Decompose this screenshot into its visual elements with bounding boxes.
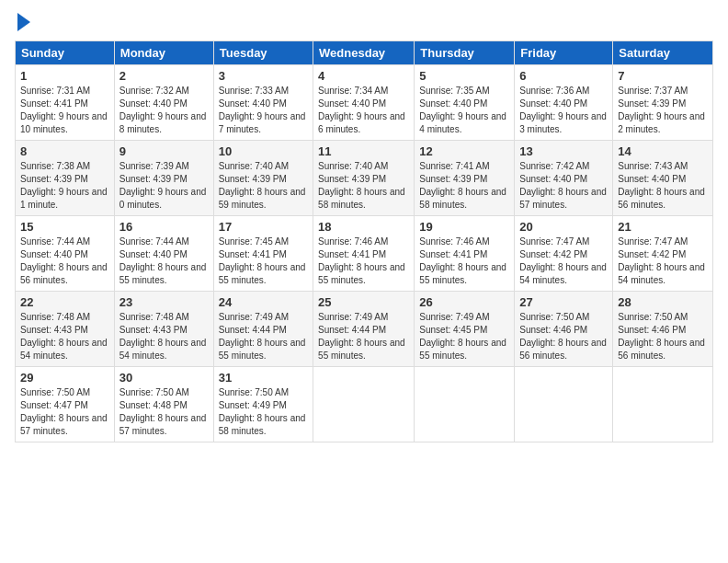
calendar-cell: 30Sunrise: 7:50 AMSunset: 4:48 PMDayligh… <box>114 367 213 442</box>
calendar-cell: 21Sunrise: 7:47 AMSunset: 4:42 PMDayligh… <box>613 216 713 292</box>
calendar-cell: 18Sunrise: 7:46 AMSunset: 4:41 PMDayligh… <box>313 216 415 292</box>
day-number: 30 <box>119 371 209 385</box>
day-number: 1 <box>20 69 109 83</box>
calendar-week-row: 1Sunrise: 7:31 AMSunset: 4:41 PMDaylight… <box>16 65 713 141</box>
calendar-cell: 13Sunrise: 7:42 AMSunset: 4:40 PMDayligh… <box>515 141 613 216</box>
logo <box>15 15 30 31</box>
day-number: 21 <box>618 220 708 234</box>
day-info: Sunrise: 7:31 AMSunset: 4:41 PMDaylight:… <box>20 85 109 136</box>
day-number: 28 <box>618 295 708 309</box>
calendar-cell <box>313 367 415 442</box>
day-info: Sunrise: 7:46 AMSunset: 4:41 PMDaylight:… <box>419 236 509 287</box>
page-container: SundayMondayTuesdayWednesdayThursdayFrid… <box>0 0 728 450</box>
day-number: 27 <box>519 295 608 309</box>
day-info: Sunrise: 7:48 AMSunset: 4:43 PMDaylight:… <box>119 311 209 362</box>
day-info: Sunrise: 7:48 AMSunset: 4:43 PMDaylight:… <box>20 311 109 362</box>
calendar-table: SundayMondayTuesdayWednesdayThursdayFrid… <box>15 40 713 442</box>
day-number: 11 <box>318 144 409 158</box>
calendar-cell: 26Sunrise: 7:49 AMSunset: 4:45 PMDayligh… <box>415 292 515 367</box>
calendar-header-saturday: Saturday <box>613 41 713 65</box>
calendar-header-monday: Monday <box>114 41 213 65</box>
day-number: 24 <box>219 295 308 309</box>
day-info: Sunrise: 7:45 AMSunset: 4:41 PMDaylight:… <box>219 236 308 287</box>
day-info: Sunrise: 7:42 AMSunset: 4:40 PMDaylight:… <box>519 160 608 212</box>
day-info: Sunrise: 7:50 AMSunset: 4:48 PMDaylight:… <box>119 386 209 438</box>
calendar-cell <box>415 367 515 442</box>
calendar-body: 1Sunrise: 7:31 AMSunset: 4:41 PMDaylight… <box>16 65 713 442</box>
day-number: 26 <box>419 295 509 309</box>
calendar-cell: 8Sunrise: 7:38 AMSunset: 4:39 PMDaylight… <box>16 141 115 216</box>
day-number: 29 <box>20 371 109 385</box>
day-info: Sunrise: 7:36 AMSunset: 4:40 PMDaylight:… <box>519 85 608 136</box>
day-number: 7 <box>618 69 708 83</box>
day-info: Sunrise: 7:44 AMSunset: 4:40 PMDaylight:… <box>119 236 209 287</box>
day-number: 9 <box>119 144 209 158</box>
calendar-cell: 28Sunrise: 7:50 AMSunset: 4:46 PMDayligh… <box>613 292 713 367</box>
calendar-cell: 4Sunrise: 7:34 AMSunset: 4:40 PMDaylight… <box>313 65 415 141</box>
day-number: 25 <box>318 295 409 309</box>
calendar-header-thursday: Thursday <box>415 41 515 65</box>
calendar-header-wednesday: Wednesday <box>313 41 415 65</box>
day-info: Sunrise: 7:38 AMSunset: 4:39 PMDaylight:… <box>20 160 109 212</box>
calendar-cell: 2Sunrise: 7:32 AMSunset: 4:40 PMDaylight… <box>114 65 213 141</box>
day-number: 12 <box>419 144 509 158</box>
day-info: Sunrise: 7:43 AMSunset: 4:40 PMDaylight:… <box>618 160 708 212</box>
calendar-cell: 7Sunrise: 7:37 AMSunset: 4:39 PMDaylight… <box>613 65 713 141</box>
day-info: Sunrise: 7:34 AMSunset: 4:40 PMDaylight:… <box>318 85 409 136</box>
day-info: Sunrise: 7:49 AMSunset: 4:44 PMDaylight:… <box>318 311 409 362</box>
calendar-cell: 27Sunrise: 7:50 AMSunset: 4:46 PMDayligh… <box>515 292 613 367</box>
calendar-cell: 23Sunrise: 7:48 AMSunset: 4:43 PMDayligh… <box>114 292 213 367</box>
calendar-cell: 25Sunrise: 7:49 AMSunset: 4:44 PMDayligh… <box>313 292 415 367</box>
calendar-cell: 9Sunrise: 7:39 AMSunset: 4:39 PMDaylight… <box>114 141 213 216</box>
calendar-cell: 1Sunrise: 7:31 AMSunset: 4:41 PMDaylight… <box>16 65 115 141</box>
calendar-cell: 17Sunrise: 7:45 AMSunset: 4:41 PMDayligh… <box>213 216 313 292</box>
calendar-cell: 22Sunrise: 7:48 AMSunset: 4:43 PMDayligh… <box>16 292 115 367</box>
day-number: 2 <box>119 69 209 83</box>
day-number: 18 <box>318 220 409 234</box>
day-number: 4 <box>318 69 409 83</box>
calendar-cell <box>613 367 713 442</box>
day-number: 10 <box>219 144 308 158</box>
day-info: Sunrise: 7:39 AMSunset: 4:39 PMDaylight:… <box>119 160 209 212</box>
calendar-week-row: 15Sunrise: 7:44 AMSunset: 4:40 PMDayligh… <box>16 216 713 292</box>
day-number: 3 <box>219 69 308 83</box>
day-number: 16 <box>119 220 209 234</box>
calendar-cell: 14Sunrise: 7:43 AMSunset: 4:40 PMDayligh… <box>613 141 713 216</box>
calendar-header-row: SundayMondayTuesdayWednesdayThursdayFrid… <box>16 41 713 65</box>
calendar-header-friday: Friday <box>515 41 613 65</box>
day-info: Sunrise: 7:50 AMSunset: 4:46 PMDaylight:… <box>519 311 608 362</box>
calendar-header-sunday: Sunday <box>16 41 115 65</box>
calendar-cell: 5Sunrise: 7:35 AMSunset: 4:40 PMDaylight… <box>415 65 515 141</box>
calendar-cell: 31Sunrise: 7:50 AMSunset: 4:49 PMDayligh… <box>213 367 313 442</box>
day-info: Sunrise: 7:50 AMSunset: 4:46 PMDaylight:… <box>618 311 708 362</box>
day-info: Sunrise: 7:44 AMSunset: 4:40 PMDaylight:… <box>20 236 109 287</box>
day-info: Sunrise: 7:33 AMSunset: 4:40 PMDaylight:… <box>219 85 308 136</box>
day-number: 31 <box>219 371 308 385</box>
day-info: Sunrise: 7:32 AMSunset: 4:40 PMDaylight:… <box>119 85 209 136</box>
day-number: 19 <box>419 220 509 234</box>
calendar-week-row: 22Sunrise: 7:48 AMSunset: 4:43 PMDayligh… <box>16 292 713 367</box>
day-number: 15 <box>20 220 109 234</box>
calendar-cell: 20Sunrise: 7:47 AMSunset: 4:42 PMDayligh… <box>515 216 613 292</box>
calendar-header-tuesday: Tuesday <box>213 41 313 65</box>
day-number: 17 <box>219 220 308 234</box>
day-number: 14 <box>618 144 708 158</box>
day-info: Sunrise: 7:47 AMSunset: 4:42 PMDaylight:… <box>618 236 708 287</box>
day-info: Sunrise: 7:40 AMSunset: 4:39 PMDaylight:… <box>219 160 308 212</box>
logo-arrow-icon <box>17 13 30 31</box>
day-number: 23 <box>119 295 209 309</box>
day-info: Sunrise: 7:37 AMSunset: 4:39 PMDaylight:… <box>618 85 708 136</box>
day-number: 20 <box>519 220 608 234</box>
calendar-cell: 29Sunrise: 7:50 AMSunset: 4:47 PMDayligh… <box>16 367 115 442</box>
calendar-cell: 19Sunrise: 7:46 AMSunset: 4:41 PMDayligh… <box>415 216 515 292</box>
day-info: Sunrise: 7:41 AMSunset: 4:39 PMDaylight:… <box>419 160 509 212</box>
day-number: 8 <box>20 144 109 158</box>
calendar-cell: 16Sunrise: 7:44 AMSunset: 4:40 PMDayligh… <box>114 216 213 292</box>
calendar-cell: 11Sunrise: 7:40 AMSunset: 4:39 PMDayligh… <box>313 141 415 216</box>
calendar-week-row: 29Sunrise: 7:50 AMSunset: 4:47 PMDayligh… <box>16 367 713 442</box>
day-info: Sunrise: 7:49 AMSunset: 4:45 PMDaylight:… <box>419 311 509 362</box>
calendar-cell: 6Sunrise: 7:36 AMSunset: 4:40 PMDaylight… <box>515 65 613 141</box>
calendar-cell <box>515 367 613 442</box>
calendar-cell: 15Sunrise: 7:44 AMSunset: 4:40 PMDayligh… <box>16 216 115 292</box>
header <box>15 15 713 31</box>
